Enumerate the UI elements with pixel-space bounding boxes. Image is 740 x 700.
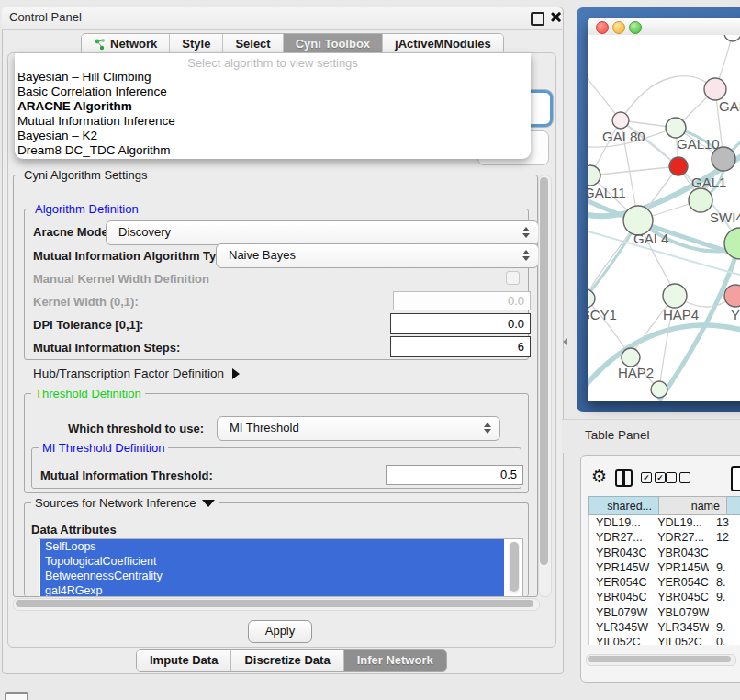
column-header-shared[interactable]: shared... xyxy=(588,496,659,515)
select-all-checks-icon[interactable]: ✓ ✓ xyxy=(641,472,666,483)
expand-arrow-icon[interactable] xyxy=(232,368,240,379)
table-row[interactable]: YBR045CYBR045C9. xyxy=(589,590,740,604)
mi-algorithm-type-combo[interactable]: Naive Bayes xyxy=(216,243,539,268)
table-cell: YDR27... xyxy=(650,530,709,545)
attribute-item-betweennesscentrality[interactable]: BetweennessCentrality xyxy=(40,569,504,583)
tab-network[interactable]: Network xyxy=(82,34,170,54)
which-threshold-combo[interactable]: MI Threshold xyxy=(217,416,500,441)
table-cell: YDR27... xyxy=(589,530,650,545)
table-cell: 8. xyxy=(709,575,740,590)
algorithm-option-dream8-dc-tdc-algorithm[interactable]: Dream8 DC_TDC Algorithm xyxy=(15,143,531,158)
table-row[interactable]: YBR043CYBR043C xyxy=(589,546,740,560)
node-y[interactable] xyxy=(724,285,740,307)
float-window-icon[interactable] xyxy=(531,12,544,26)
algorithm-option-basic-correlation-inference[interactable]: Basic Correlation Inference xyxy=(15,85,531,99)
node-gal10[interactable] xyxy=(666,118,686,138)
table-cell: YLR345W xyxy=(589,620,650,635)
mi-algorithm-type-label: Mutual Information Algorithm Type: xyxy=(33,249,234,263)
dpi-tolerance-field[interactable]: 0.0 xyxy=(390,313,531,334)
tab-label: Style xyxy=(182,34,210,54)
node-hap2[interactable] xyxy=(622,348,640,367)
hub-definition-row[interactable]: Hub/Transcription Factor Definition xyxy=(33,367,240,380)
settings-vertical-scrollbar-thumb[interactable] xyxy=(540,177,548,565)
node-unlabeled[interactable] xyxy=(724,35,740,41)
table-cell: YBR043C xyxy=(650,546,709,560)
table-cell: 0. xyxy=(709,635,740,645)
tab-cyni-toolbox[interactable]: Cyni Toolbox xyxy=(284,34,383,54)
mac-close-icon[interactable] xyxy=(596,21,609,34)
bottom-tab-discretize-data[interactable]: Discretize Data xyxy=(231,650,343,671)
table-row[interactable]: YDR27...YDR27...12 xyxy=(589,530,740,545)
attributes-scrollbar-thumb[interactable] xyxy=(510,542,519,592)
node-gal1[interactable] xyxy=(669,157,688,175)
settings-horizontal-scrollbar-thumb[interactable] xyxy=(16,600,533,607)
table-row[interactable]: YBL079WYBL079W xyxy=(589,605,740,620)
column-header-a[interactable]: A xyxy=(727,496,740,515)
network-window-titlebar[interactable] xyxy=(588,18,740,36)
gear-icon[interactable]: ⚙ xyxy=(591,467,607,487)
dropdown-prompt: Select algorithm to view settings xyxy=(15,53,531,70)
node-unlabeled[interactable] xyxy=(724,228,740,259)
algorithm-option-mutual-information-inference[interactable]: Mutual Information Inference xyxy=(15,114,531,129)
algorithm-option-bayesian-k2[interactable]: Bayesian – K2 xyxy=(15,129,531,143)
mac-zoom-icon[interactable] xyxy=(629,21,642,34)
node-label-gal80: GAL80 xyxy=(602,129,645,144)
settings-vertical-scrollbar[interactable] xyxy=(538,175,552,597)
mi-steps-field[interactable]: 6 xyxy=(390,336,531,357)
apply-button[interactable]: Apply xyxy=(248,620,312,643)
algorithm-option-aracne-algorithm[interactable]: ARACNE Algorithm xyxy=(15,99,531,114)
attribute-item-topologicalcoefficient[interactable]: TopologicalCoefficient xyxy=(40,554,504,569)
table-row[interactable]: YIL052CYIL052C0. xyxy=(589,635,740,645)
export-table-icon[interactable] xyxy=(731,466,740,491)
splitter-handle[interactable] xyxy=(563,338,567,345)
table-header: shared...nameA xyxy=(588,496,740,515)
checked-box-icon: ✓ xyxy=(655,472,666,483)
deselect-all-checks-icon[interactable] xyxy=(666,472,690,483)
bottom-tab-infer-network[interactable]: Infer Network xyxy=(344,650,446,671)
table-cell: YDL19... xyxy=(589,515,650,530)
kernel-width-field[interactable]: 0.0 xyxy=(393,291,531,310)
unchecked-box-icon xyxy=(679,472,690,483)
node-unlabeled[interactable] xyxy=(712,147,735,171)
table-row[interactable]: YPR145WYPR145W9. xyxy=(589,560,740,575)
node-gal80[interactable] xyxy=(612,112,629,129)
node-label-gcy1: GCY1 xyxy=(588,307,617,322)
algorithm-option-bayesian-hill-climbing[interactable]: Bayesian – Hill Climbing xyxy=(15,70,531,85)
node-unlabeled[interactable] xyxy=(651,381,667,398)
minimized-panel-icon[interactable] xyxy=(5,692,28,700)
tab-style[interactable]: Style xyxy=(170,34,223,54)
bottom-tab-impute-data[interactable]: Impute Data xyxy=(137,650,231,671)
table-row[interactable]: YLR345WYLR345W9. xyxy=(589,620,740,635)
node-gcy1[interactable] xyxy=(588,289,595,308)
table-row[interactable]: YDL19...YDL19...13 xyxy=(589,515,740,530)
attributes-scrollbar[interactable] xyxy=(509,541,520,594)
collapse-arrow-icon[interactable] xyxy=(202,500,215,507)
tab-label: Select xyxy=(235,34,270,54)
mi-threshold-field[interactable]: 0.5 xyxy=(386,465,523,485)
tab-label: Network xyxy=(110,34,157,54)
mi-threshold-group-label: MI Threshold Definition xyxy=(39,441,168,455)
table-row[interactable]: YER054CYER054C8. xyxy=(589,575,740,590)
aracne-mode-combo[interactable]: Discovery xyxy=(106,220,539,245)
mac-minimize-icon[interactable] xyxy=(612,21,625,34)
table-horizontal-scrollbar[interactable] xyxy=(586,654,736,666)
aracne-mode-label: Aracne Mode: xyxy=(33,225,112,239)
table-cell: YBL079W xyxy=(589,605,650,620)
close-icon[interactable] xyxy=(550,11,562,23)
network-canvas[interactable]: GALGAL80GAL10GAL1GAL11SWI4GAL4GCY1HAP4YH… xyxy=(588,35,740,401)
cyni-bottom-tabs: Impute DataDiscretize DataInfer Network xyxy=(136,649,447,672)
table-cell: YPR145W xyxy=(589,560,650,575)
attribute-item-selfloops[interactable]: SelfLoops xyxy=(40,539,504,554)
table-horizontal-scrollbar-thumb[interactable] xyxy=(588,656,731,662)
tab-select[interactable]: Select xyxy=(223,34,283,54)
manual-kernel-width-checkbox[interactable] xyxy=(506,271,520,285)
tab-jactivemnodules[interactable]: jActiveMNodules xyxy=(383,34,503,54)
mi-algorithm-type-value: Naive Bayes xyxy=(229,248,296,262)
split-columns-icon[interactable] xyxy=(615,469,633,487)
node-gal[interactable] xyxy=(704,78,726,100)
settings-horizontal-scrollbar[interactable] xyxy=(13,598,540,611)
unchecked-box-icon xyxy=(666,472,677,483)
attribute-item-gal4rgexp[interactable]: gal4RGexp xyxy=(40,583,504,597)
node-hap4[interactable] xyxy=(663,284,687,308)
column-header-name[interactable]: name xyxy=(659,496,727,515)
